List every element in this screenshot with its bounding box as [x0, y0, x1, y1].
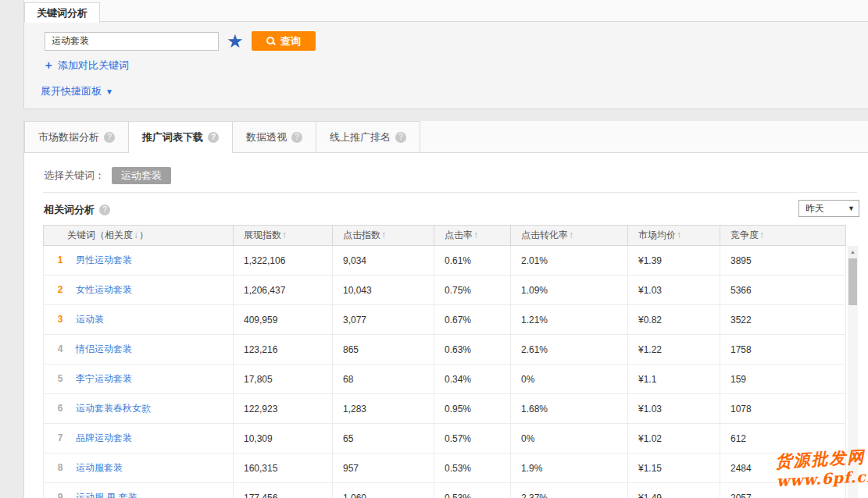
table-row: 2女性运动套装1,206,43710,0430.75%1.09%¥1.03536…: [44, 276, 846, 305]
cell-点击率: 0.53%: [434, 454, 511, 483]
select-caret-icon: ▼: [848, 205, 859, 212]
cell-点击转化率: 1.68%: [511, 394, 628, 424]
cell-点击转化率: 2.01%: [511, 246, 628, 276]
table-scrollbar[interactable]: ▲: [848, 246, 858, 498]
rank-number: 8: [52, 462, 69, 473]
cell-市场均价: ¥1.1: [628, 365, 720, 394]
scrollbar-up-arrow-icon[interactable]: ▲: [848, 246, 858, 258]
add-compare-keyword-link[interactable]: ＋ 添加对比关键词: [43, 59, 129, 73]
help-icon[interactable]: ?: [208, 132, 219, 143]
plus-icon: ＋: [43, 59, 54, 73]
related-words-table: 关键词（相关度↓）展现指数↑点击指数↑点击率↑点击转化率↑市场均价↑竞争度↑ 1…: [43, 225, 846, 498]
query-button[interactable]: 查询: [252, 31, 316, 51]
sort-asc-icon: ↑: [677, 229, 681, 240]
sort-asc-icon: ↑: [473, 229, 478, 240]
cell-点击转化率: 0%: [511, 365, 628, 394]
cell-市场均价: ¥1.15: [628, 454, 720, 483]
expand-panel-label: 展开快捷面板: [41, 84, 102, 98]
help-icon[interactable]: ?: [104, 132, 115, 143]
cell-点击转化率: 2.37%: [511, 483, 628, 498]
keyword-link[interactable]: 李宁运动套装: [76, 373, 132, 384]
cell-竞争度: 612: [720, 424, 846, 454]
cell-点击指数: 68: [333, 365, 434, 394]
column-header-点击指数[interactable]: 点击指数↑: [333, 226, 434, 246]
cell-展现指数: 409,959: [234, 305, 333, 335]
cell-点击率: 0.34%: [434, 365, 511, 394]
column-header-点击率[interactable]: 点击率↑: [434, 226, 511, 246]
header-row: 关键词（相关度↓）展现指数↑点击指数↑点击率↑点击转化率↑市场均价↑竞争度↑: [44, 226, 846, 246]
divider: [43, 192, 857, 193]
cell-竞争度: 3895: [720, 246, 846, 276]
cell-竞争度: 1758: [720, 335, 846, 365]
keyword-link[interactable]: 情侣运动套装: [76, 343, 132, 354]
tab-线上推广排名[interactable]: 线上推广排名?: [316, 121, 420, 152]
cell-竞争度: 2484: [720, 454, 846, 483]
cell-展现指数: 10,309: [234, 424, 333, 454]
column-header-竞争度[interactable]: 竞争度↑: [720, 226, 846, 246]
cell-点击转化率: 1.09%: [511, 276, 628, 305]
related-words-table-wrap: 关键词（相关度↓）展现指数↑点击指数↑点击率↑点击转化率↑市场均价↑竞争度↑ 1…: [43, 225, 845, 498]
table-row: 5李宁运动套装17,805680.34%0%¥1.1159: [44, 365, 846, 394]
results-panel: 市场数据分析?推广词表下载?数据透视?线上推广排名? 选择关键词： 运动套装 相…: [23, 121, 868, 498]
keyword-link[interactable]: 运动服 男 套装: [76, 492, 138, 498]
cell-展现指数: 1,206,437: [234, 276, 333, 305]
table-row: 6运动套装春秋女款122,9231,2830.95%1.68%¥1.031078: [44, 394, 846, 424]
cell-市场均价: ¥1.03: [628, 276, 720, 305]
tab-keyword-analysis[interactable]: 关键词分析: [24, 2, 100, 23]
keyword-link[interactable]: 品牌运动套装: [76, 432, 132, 443]
cell-点击指数: 65: [333, 424, 434, 454]
expand-quick-panel-link[interactable]: 展开快捷面板 ▼: [41, 84, 113, 98]
sort-asc-icon: ↑: [381, 229, 386, 240]
tab-推广词表下载[interactable]: 推广词表下载?: [128, 121, 233, 152]
keyword-link[interactable]: 女性运动套装: [76, 284, 132, 295]
cell-点击率: 0.67%: [434, 305, 511, 335]
column-header-点击转化率[interactable]: 点击转化率↑: [511, 226, 628, 246]
column-header-市场均价[interactable]: 市场均价↑: [628, 226, 720, 246]
favorite-star-icon[interactable]: ★: [227, 32, 244, 51]
cell-点击指数: 957: [333, 454, 434, 483]
cell-展现指数: 160,315: [234, 454, 333, 483]
cell-展现指数: 17,805: [234, 365, 333, 394]
add-compare-row: ＋ 添加对比关键词: [43, 59, 129, 73]
keyword-analysis-panel: 关键词分析 ★ 查询 ＋ 添加对比关键词 展开快捷面板 ▼: [23, 0, 868, 109]
cell-点击率: 0.53%: [434, 483, 511, 498]
keyword-link[interactable]: 男性运动套装: [76, 254, 132, 265]
search-icon: [266, 36, 276, 46]
cell-市场均价: ¥1.39: [628, 246, 720, 276]
query-button-label: 查询: [280, 34, 301, 48]
help-icon[interactable]: ?: [395, 132, 406, 143]
tab-label: 线上推广排名: [330, 130, 391, 144]
tab-label: 市场数据分析: [38, 130, 99, 144]
cell-市场均价: ¥1.02: [628, 424, 720, 454]
tabs-row: 市场数据分析?推广词表下载?数据透视?线上推广排名?: [24, 121, 868, 153]
cell-市场均价: ¥0.82: [628, 305, 720, 335]
cell-点击率: 0.75%: [434, 276, 511, 305]
sort-asc-icon: ↑: [759, 229, 764, 240]
help-icon[interactable]: ?: [99, 205, 110, 215]
tab-数据透视[interactable]: 数据透视?: [232, 121, 316, 152]
help-icon[interactable]: ?: [291, 132, 302, 143]
keyword-link[interactable]: 运动服套装: [76, 462, 123, 473]
section-title: 相关词分析: [44, 203, 95, 217]
scrollbar-thumb[interactable]: [848, 258, 857, 305]
search-row: ★ 查询: [45, 31, 316, 51]
keyword-input[interactable]: [45, 32, 219, 51]
selected-keyword-tag[interactable]: 运动套装: [112, 167, 171, 184]
date-filter-select[interactable]: 昨天 ▼: [798, 200, 859, 217]
column-header-关键词（相关度[interactable]: 关键词（相关度↓）: [44, 226, 234, 246]
related-words-header: 相关词分析 ?: [44, 203, 110, 217]
cell-点击转化率: 2.61%: [511, 335, 628, 365]
keyword-link[interactable]: 运动套装春秋女款: [76, 403, 151, 414]
tab-市场数据分析[interactable]: 市场数据分析?: [24, 121, 129, 152]
column-header-展现指数[interactable]: 展现指数↑: [234, 226, 333, 246]
cell-点击率: 0.57%: [434, 424, 511, 454]
rank-number: 7: [52, 432, 69, 443]
date-filter-value: 昨天: [799, 202, 848, 215]
sort-desc-icon: ↓: [134, 229, 138, 240]
rank-number: 4: [52, 343, 69, 354]
cell-展现指数: 123,216: [234, 335, 333, 365]
cell-点击指数: 1,060: [333, 483, 434, 498]
keyword-link[interactable]: 运动装: [76, 314, 104, 325]
table-row: 7品牌运动套装10,309650.57%0%¥1.02612: [44, 424, 846, 454]
table-row: 9运动服 男 套装177,4561,0600.53%2.37%¥1.492057: [44, 483, 846, 498]
